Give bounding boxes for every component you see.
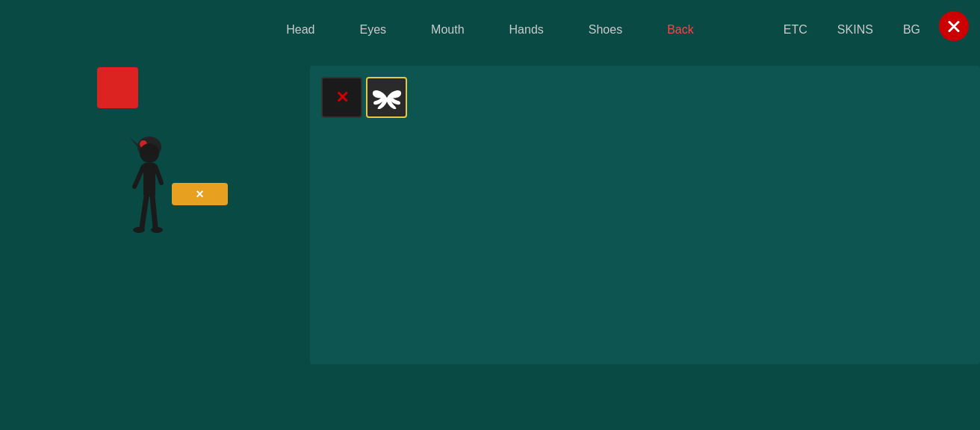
svg-point-3	[140, 143, 159, 163]
nav-shoes[interactable]: Shoes	[589, 23, 622, 37]
svg-line-5	[134, 166, 143, 187]
color-swatch[interactable]	[97, 67, 138, 108]
svg-point-9	[133, 227, 145, 233]
nav-bg[interactable]: BG	[903, 23, 920, 37]
none-icon: ✕	[335, 88, 349, 108]
remove-icon: ×	[196, 187, 204, 202]
item-none[interactable]: ✕	[321, 77, 362, 118]
nav-hands[interactable]: Hands	[509, 23, 544, 37]
nav-mouth[interactable]: Mouth	[431, 23, 464, 37]
item-grid: ✕	[310, 66, 980, 129]
item-wings[interactable]	[366, 77, 407, 118]
right-navigation: ETC SKINS BG	[784, 0, 920, 60]
nav-skins[interactable]: SKINS	[837, 23, 873, 37]
svg-line-6	[155, 166, 161, 183]
nav-eyes[interactable]: Eyes	[360, 23, 387, 37]
nav-etc[interactable]: ETC	[784, 23, 807, 37]
remove-button[interactable]: ×	[172, 183, 228, 205]
left-panel: ×	[0, 0, 310, 430]
close-button[interactable]	[939, 11, 969, 41]
wings-icon	[372, 87, 402, 109]
svg-point-10	[151, 227, 163, 233]
main-panel: ✕	[310, 66, 980, 364]
svg-line-7	[142, 196, 146, 228]
nav-back[interactable]: Back	[667, 23, 694, 37]
character-figure	[118, 131, 178, 250]
svg-line-8	[152, 196, 155, 228]
